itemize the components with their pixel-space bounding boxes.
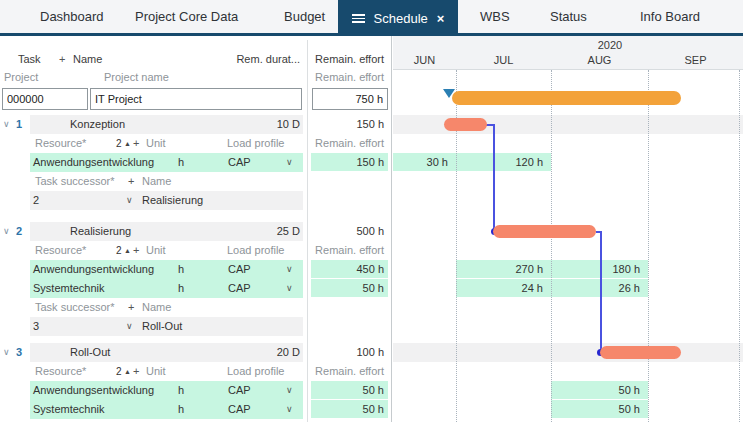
- task-name: Konzeption: [70, 115, 125, 134]
- resource-col-header: Resource*: [35, 134, 86, 153]
- project-name-header-label: Project name: [104, 68, 169, 87]
- load-profile-dropdown-icon[interactable]: ∨: [286, 381, 293, 400]
- resource-effort: 50 h: [311, 279, 384, 298]
- task-number: 2: [16, 222, 22, 241]
- load-profile-dropdown-icon[interactable]: ∨: [286, 279, 293, 298]
- menu-icon[interactable]: [352, 14, 365, 23]
- resource-name: Systemtechnik: [33, 400, 105, 419]
- load-profile-value: CAP: [228, 400, 251, 419]
- col-header-name[interactable]: Name: [73, 50, 102, 69]
- expand-chevron-icon[interactable]: ∨: [3, 115, 15, 134]
- project-id-input[interactable]: [2, 88, 88, 110]
- add-successor-icon[interactable]: +: [128, 298, 134, 317]
- tab-schedule-label: Schedule: [374, 11, 428, 26]
- successor-col-header: Task successor*: [35, 172, 114, 191]
- monthly-effort-cell: 50 h: [551, 400, 648, 418]
- resource-name: Anwendungsentwicklung: [33, 153, 154, 172]
- add-resource-icon[interactable]: +: [133, 241, 139, 260]
- col-header-rem-duration[interactable]: Rem. durat...: [230, 50, 300, 69]
- load-profile-value: CAP: [228, 260, 251, 279]
- successor-number: 2: [33, 191, 39, 210]
- gantt-bar-it-project[interactable]: [452, 91, 681, 105]
- column-divider[interactable]: [307, 40, 308, 422]
- add-task-icon[interactable]: +: [59, 50, 65, 69]
- tab-schedule[interactable]: Schedule ×: [338, 0, 458, 36]
- project-effort-input[interactable]: [312, 88, 388, 110]
- expand-chevron-icon[interactable]: ∨: [3, 222, 15, 241]
- gantt-bar-konzeption[interactable]: [444, 118, 487, 131]
- successor-name: Realisierung: [142, 191, 203, 210]
- successor-dropdown-icon[interactable]: ∨: [126, 191, 133, 210]
- project-schedule-app: Dashboard Project Core Data Budget Sched…: [0, 0, 743, 422]
- successor-name: Roll-Out: [142, 317, 182, 336]
- add-resource-icon[interactable]: +: [133, 362, 139, 381]
- resource-effort-col-header: Remain. effort: [311, 134, 384, 153]
- task-name: Roll-Out: [70, 343, 110, 362]
- col-header-remain-effort[interactable]: Remain. effort: [311, 50, 384, 69]
- monthly-effort-cell: 270 h: [456, 260, 551, 278]
- monthly-effort-cell: 50 h: [551, 381, 648, 399]
- unit-col-header: Unit: [146, 134, 166, 153]
- tab-wbs[interactable]: WBS: [480, 0, 510, 33]
- resource-name: Systemtechnik: [33, 279, 105, 298]
- load-profile-value: CAP: [228, 153, 251, 172]
- resource-unit: h: [178, 153, 184, 172]
- expand-chevron-icon[interactable]: ∨: [3, 343, 15, 362]
- sort-asc-icon[interactable]: ▲: [124, 134, 131, 153]
- successor-dropdown-icon[interactable]: ∨: [126, 317, 133, 336]
- col-header-task[interactable]: Task: [18, 50, 41, 69]
- gantt-bar-realisierung[interactable]: [493, 225, 596, 238]
- task-effort: 150 h: [311, 115, 384, 134]
- tab-status[interactable]: Status: [550, 0, 587, 33]
- monthly-effort-cell: 120 h: [456, 153, 551, 171]
- month-gridline: [551, 70, 552, 422]
- successor-name-col-header: Name: [142, 298, 171, 317]
- sort-asc-icon[interactable]: ▲: [124, 362, 131, 381]
- tab-dashboard[interactable]: Dashboard: [40, 0, 104, 33]
- dependency-connector: [493, 124, 495, 232]
- load-profile-dropdown-icon[interactable]: ∨: [286, 153, 293, 172]
- timeline-year: 2020: [590, 38, 630, 52]
- sort-count[interactable]: 2: [116, 134, 122, 153]
- task-duration: 25 D: [230, 222, 300, 241]
- month-label-jun: JUN: [393, 53, 456, 67]
- load-profile-col-header: Load profile: [227, 362, 285, 381]
- resource-unit: h: [178, 260, 184, 279]
- resource-col-header: Resource*: [35, 362, 86, 381]
- tab-project-core-data[interactable]: Project Core Data: [135, 0, 238, 33]
- resource-unit: h: [178, 400, 184, 419]
- load-profile-dropdown-icon[interactable]: ∨: [286, 260, 293, 279]
- project-effort-header-label: Remain. effort: [311, 68, 384, 87]
- task-name: Realisierung: [70, 222, 131, 241]
- dependency-connector: [600, 231, 602, 350]
- resource-effort-col-header: Remain. effort: [311, 241, 384, 260]
- sort-asc-icon[interactable]: ▲: [124, 241, 131, 260]
- tab-info-board[interactable]: Info Board: [640, 0, 700, 33]
- resource-col-header: Resource*: [35, 241, 86, 260]
- task-number: 1: [16, 115, 22, 134]
- load-profile-dropdown-icon[interactable]: ∨: [286, 400, 293, 419]
- load-profile-value: CAP: [228, 279, 251, 298]
- tab-budget[interactable]: Budget: [284, 0, 325, 33]
- project-name-input[interactable]: [90, 88, 302, 110]
- successor-name-col-header: Name: [142, 172, 171, 191]
- resource-unit: h: [178, 279, 184, 298]
- resource-effort: 50 h: [311, 381, 384, 400]
- project-start-milestone-icon[interactable]: [443, 89, 455, 98]
- sort-count[interactable]: 2: [116, 241, 122, 260]
- resource-name: Anwendungsentwicklung: [33, 260, 154, 279]
- month-label-sep: SEP: [648, 53, 743, 67]
- resource-unit: h: [178, 381, 184, 400]
- close-icon[interactable]: ×: [437, 12, 445, 25]
- unit-col-header: Unit: [146, 362, 166, 381]
- add-successor-icon[interactable]: +: [128, 172, 134, 191]
- project-header-label: Project: [4, 68, 38, 87]
- sort-count[interactable]: 2: [116, 362, 122, 381]
- add-resource-icon[interactable]: +: [133, 134, 139, 153]
- task-effort: 500 h: [311, 222, 384, 241]
- gantt-bar-roll-out[interactable]: [600, 346, 681, 359]
- task-duration: 10 D: [230, 115, 300, 134]
- table-chart-splitter[interactable]: [391, 36, 392, 422]
- month-label-aug: AUG: [551, 53, 648, 67]
- resource-effort: 150 h: [311, 153, 384, 172]
